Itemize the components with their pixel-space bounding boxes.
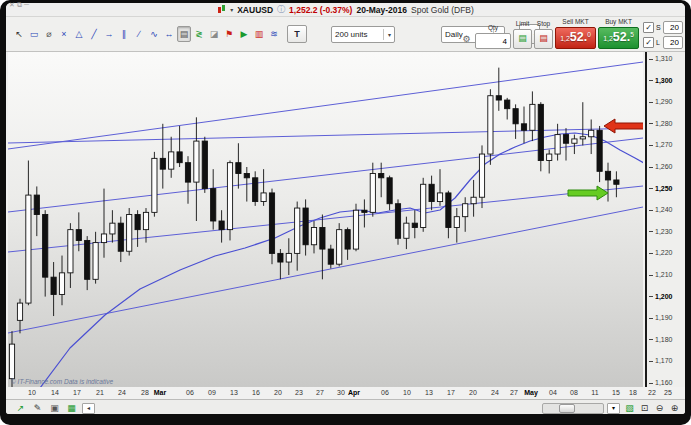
buy-signal-arrow[interactable] (568, 186, 608, 200)
qty-input[interactable] (475, 33, 511, 49)
zoom-area-icon[interactable]: ⊡ (638, 402, 651, 414)
candle (68, 223, 73, 288)
x-axis-label: 14 (51, 389, 59, 396)
candle (320, 215, 325, 280)
alert-flag-icon[interactable]: ⚑ (222, 26, 236, 42)
candle (521, 107, 526, 144)
y-axis-label: 1,230 (649, 228, 673, 236)
chevron-down-icon[interactable]: ▾ (230, 6, 233, 13)
y-axis-label: 1,300 (649, 77, 673, 85)
order-levels-icon[interactable]: ≷ (192, 26, 206, 42)
buy-market-button[interactable]: 1,252.5 (598, 27, 639, 49)
extended-line-icon[interactable]: ↔ (162, 26, 176, 42)
candle (219, 210, 224, 242)
candle (236, 143, 241, 188)
stop-distance-input[interactable] (663, 21, 683, 34)
chart-plot-area[interactable]: © IT-Finance.com Data is indicative (8, 52, 643, 387)
candle (127, 208, 132, 256)
window-close-icon[interactable]: ✕ (9, 1, 17, 8)
chart-window: ▾ XAUUSD ⓘ 1,252.2 (-0.37%) 20-May-2016 … (6, 3, 685, 414)
limit-order-button[interactable]: ▤ (513, 29, 532, 49)
x-axis-label: 13 (230, 389, 238, 396)
candle (295, 202, 300, 271)
candle (286, 238, 291, 275)
scrollbar-thumb[interactable] (559, 404, 575, 413)
annotate-icon[interactable]: ✎ (31, 402, 44, 414)
zoom-tools-group: ▧⊡⊖⊕ (623, 402, 681, 414)
candle (17, 299, 22, 334)
x-axis-label: 11 (591, 389, 598, 396)
x-axis-label: 24 (491, 389, 499, 396)
crosshair-icon[interactable]: × (57, 26, 71, 42)
x-axis-label: 17 (73, 389, 81, 396)
mid-rising-line[interactable] (8, 138, 643, 212)
sell-mkt-label: Sell MKT (562, 18, 588, 26)
scrollbar-menu-button[interactable]: ▾ (607, 403, 620, 414)
instrument-symbol[interactable]: XAUUSD (237, 5, 273, 15)
chart-mode-icon[interactable]: ▦ (65, 402, 78, 414)
stop-checkbox[interactable]: ✓ (643, 22, 654, 33)
x-axis-label: 20 (469, 389, 477, 396)
candle (505, 98, 510, 120)
candle (110, 210, 115, 242)
channel-icon[interactable]: ∥ (117, 26, 131, 42)
bottom-right-tools: ▾ ▧⊡⊖⊕ (542, 402, 681, 414)
zoom-box-icon[interactable]: ▭ (27, 26, 41, 42)
snapshot-icon[interactable]: ▣ (48, 402, 61, 414)
limit-distance-input[interactable] (663, 36, 683, 49)
y-axis-label: 1,260 (649, 163, 673, 171)
candle (101, 189, 106, 258)
time-axis[interactable]: 101417212428Mar0609131620232730Apr061013… (6, 387, 685, 399)
delete-drawings-icon[interactable]: ▤ (177, 26, 191, 42)
zoom-out-icon[interactable]: ⊖ (653, 402, 666, 414)
segment-icon[interactable]: ∕ (132, 26, 146, 42)
horizontal-line-icon[interactable]: → (102, 26, 116, 42)
sell-market-button[interactable]: 1,252.0 (555, 27, 596, 49)
window-restore-icon[interactable]: ⧉ (17, 1, 24, 8)
candle (488, 89, 493, 165)
candle (471, 180, 476, 217)
y-axis-label: 1,170 (649, 357, 673, 365)
text-tool-button[interactable]: T (287, 25, 307, 43)
zoom-in-icon[interactable]: ⊕ (668, 402, 681, 414)
candle (185, 156, 190, 204)
backtest-icon[interactable]: ▶ (237, 26, 251, 42)
units-select[interactable]: 200 units ▾ (331, 26, 395, 43)
magnifier-icon[interactable]: ⌀ (42, 26, 56, 42)
x-axis-label: 21 (96, 389, 104, 396)
share-icon[interactable]: ↗ (14, 402, 27, 414)
time-scrollbar[interactable] (542, 403, 604, 414)
indicators-wave-icon[interactable]: ≋ (267, 26, 281, 42)
info-icon[interactable]: ⓘ (277, 4, 285, 15)
candle (446, 191, 451, 239)
channel-bottom[interactable] (8, 207, 643, 333)
candle (76, 212, 81, 251)
cursor-icon[interactable]: ↖ (12, 26, 26, 42)
buy-price-big: 52. (613, 28, 630, 46)
candle (261, 169, 266, 206)
buy-price-sup: 5 (630, 31, 634, 38)
freehand-curve-icon[interactable]: ∿ (147, 26, 161, 42)
stop-order-button[interactable]: ▤ (534, 29, 553, 49)
triangle-drawing-icon[interactable]: △ (72, 26, 86, 42)
limit-checkbox[interactable]: ✓ (643, 37, 654, 48)
candle (269, 189, 274, 265)
eraser-icon[interactable]: ◪ (207, 26, 221, 42)
order-settings-icon[interactable]: ⚙ (460, 32, 473, 46)
price-markers-icon[interactable]: ▥ (252, 26, 266, 42)
price-axis[interactable]: 1,3101,3001,2901,2801,2701,2601,2501,240… (645, 52, 685, 387)
fit-zoom-icon[interactable]: ▧ (623, 402, 636, 414)
candle (589, 119, 594, 154)
more-icon[interactable]: ◂ (82, 403, 95, 414)
x-axis-label: 15 (612, 389, 620, 396)
x-axis-label: 04 (549, 389, 557, 396)
candle (43, 210, 48, 296)
candle (547, 150, 552, 174)
sell-signal-arrow[interactable] (604, 119, 643, 133)
candle (26, 161, 31, 306)
order-ticket: ⚙ Qty Limit ▤ Stop ▤ Sell MKT 1,252.0 (460, 18, 683, 49)
trend-line-icon[interactable]: ╱ (87, 26, 101, 42)
instrument-titlebar: ▾ XAUUSD ⓘ 1,252.2 (-0.37%) 20-May-2016 … (6, 3, 685, 16)
x-axis-label: 10 (28, 389, 36, 396)
window-minimize-icon[interactable]: ─ (24, 1, 31, 8)
